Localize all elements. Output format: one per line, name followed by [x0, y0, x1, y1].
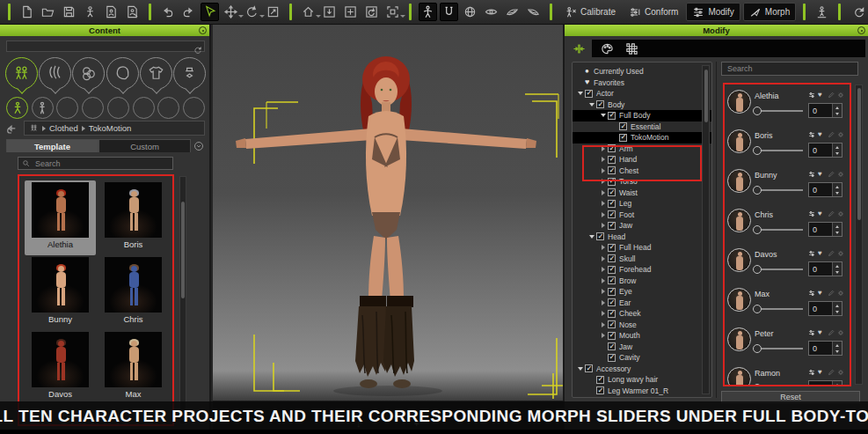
tree-expand-arrow-icon[interactable] [611, 123, 618, 130]
tree-expand-arrow-icon[interactable] [577, 79, 584, 86]
panel-pin-icon[interactable] [199, 26, 207, 34]
settings-gear-icon[interactable] [837, 171, 844, 178]
conform-button[interactable]: Conform [624, 3, 683, 21]
tree-item[interactable]: TokoMotion [573, 132, 711, 143]
spin-down-icon[interactable] [833, 230, 842, 237]
morph-value[interactable]: 0 [809, 262, 832, 276]
spin-up-icon[interactable] [833, 223, 842, 230]
breadcrumb[interactable]: Clothed TokoMotion [24, 121, 205, 136]
tree-item[interactable]: Favorites [573, 77, 711, 89]
tree-expand-arrow-icon[interactable] [600, 321, 607, 328]
edit-pencil-icon[interactable] [828, 92, 835, 99]
template-tile[interactable]: Chris [98, 255, 169, 330]
tree-expand-arrow-icon[interactable] [600, 310, 607, 317]
tab-template[interactable]: Template [6, 139, 98, 152]
mixer-icon[interactable] [808, 171, 815, 178]
tree-checkbox[interactable] [596, 376, 604, 384]
morph-value-field[interactable]: 0 [808, 103, 842, 118]
tree-item[interactable]: Full Body [573, 110, 711, 121]
category-face-icon[interactable] [106, 57, 139, 90]
viewport-3d[interactable] [213, 25, 563, 401]
rotate-tool-icon[interactable] [243, 3, 261, 21]
tree-item[interactable]: Cheek [573, 308, 711, 320]
tree-item[interactable]: Leg Warmer 01_R [573, 386, 711, 397]
tree-checkbox[interactable] [608, 144, 616, 152]
actor-icon[interactable] [81, 3, 99, 21]
move-tool-icon[interactable] [222, 3, 240, 21]
mixer-icon[interactable] [808, 131, 815, 138]
tree-item[interactable]: Torso [573, 176, 711, 188]
reload-icon[interactable] [193, 42, 202, 51]
tree-expand-arrow-icon[interactable] [588, 101, 595, 108]
tab-morph-sliders-icon[interactable] [569, 40, 588, 56]
scrollbar-thumb[interactable] [181, 202, 185, 298]
tree-item[interactable]: Jaw [573, 342, 711, 353]
tree-expand-arrow-icon[interactable] [600, 112, 607, 119]
tab-texture-icon[interactable] [622, 40, 641, 56]
tree-item[interactable]: Arm [573, 143, 711, 155]
tree-checkbox[interactable] [608, 320, 616, 328]
actor-mode-icon[interactable] [419, 3, 437, 21]
settings-gear-icon[interactable] [837, 290, 844, 297]
subcategory-empty-slot[interactable] [133, 97, 155, 119]
morph-value-field[interactable]: 0 [808, 222, 842, 237]
category-cloth-icon[interactable] [140, 57, 172, 90]
tree-checkbox[interactable] [608, 254, 616, 262]
tree-expand-arrow-icon[interactable] [588, 376, 595, 383]
tree-item[interactable]: Ear [573, 298, 711, 309]
tree-item[interactable]: Full Head [573, 242, 711, 254]
settings-gear-icon[interactable] [837, 369, 844, 376]
favorite-heart-icon[interactable]: ♥ [818, 369, 825, 376]
tree-expand-arrow-icon[interactable] [588, 387, 595, 394]
breadcrumb-item-tokomotion[interactable]: TokoMotion [89, 123, 132, 133]
morph-slider-track[interactable] [754, 268, 803, 270]
template-search[interactable] [18, 157, 173, 170]
morph-value[interactable]: 0 [809, 342, 832, 355]
tree-item[interactable]: Skull [573, 254, 711, 265]
breadcrumb-item-clothed[interactable]: Clothed [49, 123, 78, 133]
tree-checkbox[interactable] [596, 100, 604, 108]
tree-expand-arrow-icon[interactable] [600, 277, 607, 284]
undo-icon[interactable] [158, 3, 177, 21]
spin-up-icon[interactable] [833, 262, 842, 269]
mixer-icon[interactable] [808, 210, 815, 217]
template-tile[interactable]: Max [98, 330, 169, 405]
tree-checkbox[interactable] [608, 178, 616, 186]
mixer-icon[interactable] [808, 290, 815, 297]
morph-value[interactable]: 0 [809, 143, 832, 157]
edit-pencil-icon[interactable] [828, 290, 835, 297]
template-tile[interactable]: Davos [25, 330, 96, 405]
mixer-icon[interactable] [808, 329, 815, 336]
collapse-chevron-icon[interactable] [193, 139, 204, 150]
template-tile[interactable]: Bunny [25, 255, 96, 330]
category-character-icon[interactable] [5, 57, 38, 90]
tree-expand-arrow-icon[interactable] [577, 68, 584, 75]
morph-value-field[interactable]: 0 [808, 143, 842, 158]
tree-expand-arrow-icon[interactable] [588, 233, 595, 240]
tab-appearance-icon[interactable] [597, 40, 616, 56]
spin-down-icon[interactable] [833, 111, 842, 118]
favorite-heart-icon[interactable]: ♥ [818, 210, 825, 217]
stamp-actor-icon[interactable] [813, 3, 831, 21]
morph-search-input[interactable] [726, 63, 854, 74]
spin-up-icon[interactable] [833, 381, 842, 386]
tree-item[interactable]: Chest [573, 166, 711, 177]
tree-scrollbar[interactable] [702, 65, 710, 394]
morph-value-field[interactable]: 0 [808, 341, 842, 356]
morph-slider-handle[interactable] [753, 107, 762, 115]
morph-slider-track[interactable] [754, 110, 803, 112]
tab-custom[interactable]: Custom [98, 139, 191, 152]
tree-expand-arrow-icon[interactable] [600, 244, 607, 251]
tree-expand-arrow-icon[interactable] [600, 156, 607, 163]
tree-item[interactable]: Essential [573, 121, 711, 133]
morph-slider-handle[interactable] [753, 384, 762, 387]
category-material-icon[interactable] [72, 57, 105, 90]
tree-checkbox[interactable] [608, 276, 616, 284]
tree-item[interactable]: Mouth [573, 330, 711, 342]
scrollbar-thumb[interactable] [857, 88, 861, 220]
open-folder-icon[interactable] [39, 3, 57, 21]
tree-checkbox[interactable] [608, 210, 616, 218]
subcategory-figure-icon[interactable] [6, 97, 28, 119]
template-tile[interactable]: Alethia [25, 180, 96, 255]
morph-value-field[interactable]: 0 [808, 301, 842, 316]
